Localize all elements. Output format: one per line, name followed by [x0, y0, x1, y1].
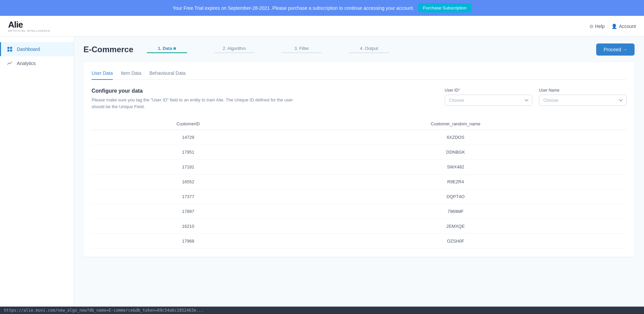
user-id-label: User ID* [445, 88, 532, 93]
step-data-bar [147, 52, 187, 53]
help-link[interactable]: ⊙ Help [589, 24, 605, 29]
header-right: ⊙ Help 👤 Account [589, 24, 636, 29]
table-cell: 7969MF [285, 204, 626, 219]
table-row: 17181SWX482 [92, 160, 626, 175]
tab-user-data[interactable]: User Data [92, 70, 113, 80]
data-table: CustomerID Customer_random_name 147296XZ… [92, 118, 626, 249]
tabs: User Data Item Data Behavioural Data [92, 70, 626, 80]
col-customer-id: CustomerID [92, 118, 285, 130]
table-row: 17377DQPT4O [92, 189, 626, 204]
help-label: Help [595, 24, 605, 29]
status-url: https://alie.muvi.com/new_algo_new?db_na… [4, 308, 203, 313]
table-cell: 14729 [92, 130, 285, 145]
help-icon: ⊙ [589, 24, 594, 29]
banner-message: Your Free Trial expires on September-28-… [173, 5, 414, 11]
proceed-button[interactable]: Proceed → [596, 43, 635, 56]
layout: Dashboard Analytics E-Commerce 1. Data [0, 37, 644, 314]
table-cell: 17181 [92, 160, 285, 175]
table-cell: R9EZR4 [285, 175, 626, 189]
user-id-dropdown[interactable]: Choose [445, 95, 532, 106]
step-algorithm[interactable]: 2. Algorithm [201, 46, 268, 53]
svg-rect-0 [7, 47, 9, 49]
step-filter[interactable]: 3. Filter [268, 46, 335, 53]
svg-rect-3 [10, 50, 12, 52]
table-cell: OZSH0F [285, 234, 626, 249]
dropdowns: User ID* Choose User Name Choose [445, 88, 626, 106]
header: Alie ARTIFICIAL INTELLIGENCE ⊙ Help 👤 Ac… [0, 16, 644, 37]
analytics-icon [7, 60, 13, 66]
main-card: User Data Item Data Behavioural Data Con… [83, 62, 635, 257]
user-id-group: User ID* Choose [445, 88, 532, 106]
purchase-subscription-button[interactable]: Purchase Subscription [418, 3, 471, 12]
steps: 1. Data 2. Algorithm 3. Filter [147, 46, 403, 53]
account-label: Account [619, 24, 636, 29]
logo: Alie ARTIFICIAL INTELLIGENCE [8, 20, 50, 32]
table-row: 17951DDNBGK [92, 145, 626, 160]
table-cell: DDNBGK [285, 145, 626, 160]
sidebar-item-analytics[interactable]: Analytics [0, 56, 74, 70]
table-cell: DQPT4O [285, 189, 626, 204]
dashboard-icon [7, 46, 13, 52]
sidebar-analytics-label: Analytics [17, 61, 36, 66]
status-bar: https://alie.muvi.com/new_algo_new?db_na… [0, 307, 644, 314]
title-section: E-Commerce 1. Data 2. Algorithm [83, 45, 403, 54]
configure-text: Configure your data Please make sure you… [92, 88, 294, 110]
configure-row: Configure your data Please make sure you… [92, 88, 626, 110]
user-name-label: User Name [539, 88, 626, 93]
table-cell: 16210 [92, 219, 285, 234]
configure-heading: Configure your data [92, 88, 294, 94]
user-name-dropdown[interactable]: Choose [539, 95, 626, 106]
page-title: E-Commerce [83, 45, 133, 54]
table-cell: 16552 [92, 175, 285, 189]
tab-behavioural-data[interactable]: Behavioural Data [149, 70, 185, 80]
trial-banner: Your Free Trial expires on September-28-… [0, 0, 644, 16]
table-header-row: CustomerID Customer_random_name [92, 118, 626, 130]
table-cell: SWX482 [285, 160, 626, 175]
user-name-group: User Name Choose [539, 88, 626, 106]
step-data[interactable]: 1. Data [147, 46, 201, 53]
sidebar: Dashboard Analytics [0, 37, 74, 314]
account-link[interactable]: 👤 Account [611, 24, 636, 29]
configure-description: Please make sure you tag the "User ID" f… [92, 97, 294, 110]
table-row: 147296XZDOS [92, 130, 626, 145]
logo-text: Alie [8, 20, 50, 30]
step-algorithm-bar [214, 52, 255, 53]
table-row: 16552R9EZR4 [92, 175, 626, 189]
table-cell: 17897 [92, 204, 285, 219]
table-cell: 17377 [92, 189, 285, 204]
step-output[interactable]: 4. Output [335, 46, 403, 53]
sidebar-dashboard-label: Dashboard [17, 46, 40, 52]
sidebar-item-dashboard[interactable]: Dashboard [0, 42, 74, 56]
step-data-label: 1. Data [158, 46, 176, 51]
page-header: E-Commerce 1. Data 2. Algorithm [83, 43, 635, 56]
table-cell: 2EMXQE [285, 219, 626, 234]
step-filter-bar [281, 52, 322, 53]
step-algorithm-label: 2. Algorithm [223, 46, 246, 51]
col-customer-random-name: Customer_random_name [285, 118, 626, 130]
logo-subtitle: ARTIFICIAL INTELLIGENCE [8, 30, 50, 33]
account-icon: 👤 [611, 24, 617, 29]
step-output-bar [349, 52, 389, 53]
table-cell: 6XZDOS [285, 130, 626, 145]
step-output-label: 4. Output [360, 46, 378, 51]
step-filter-label: 3. Filter [294, 46, 309, 51]
table-row: 178977969MF [92, 204, 626, 219]
svg-rect-1 [10, 47, 12, 49]
table-cell: 17968 [92, 234, 285, 249]
table-cell: 17951 [92, 145, 285, 160]
main-content: E-Commerce 1. Data 2. Algorithm [74, 37, 644, 314]
svg-rect-2 [7, 50, 9, 52]
step-dot [173, 47, 176, 50]
tab-item-data[interactable]: Item Data [121, 70, 141, 80]
table-row: 17968OZSH0F [92, 234, 626, 249]
table-row: 162102EMXQE [92, 219, 626, 234]
